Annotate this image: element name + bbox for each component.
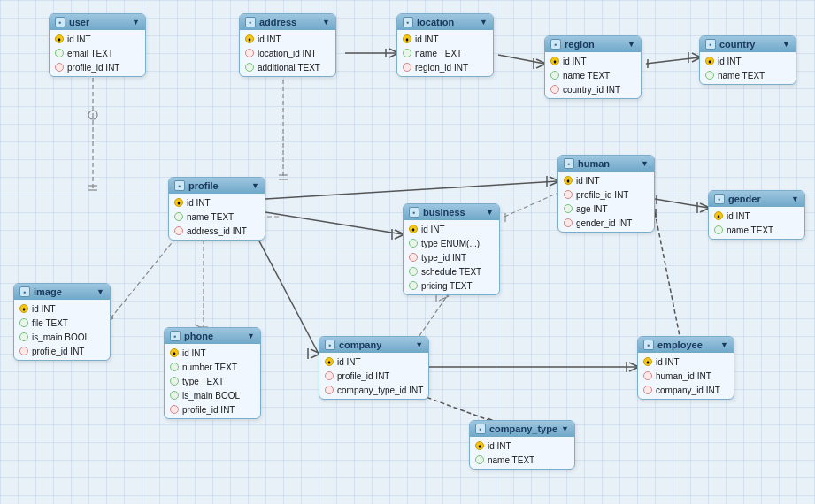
table-row: name TEXT xyxy=(470,453,574,467)
diamond-red-icon xyxy=(325,371,334,380)
table-row: additional TEXT xyxy=(240,60,335,74)
svg-point-2 xyxy=(88,111,97,119)
table-arrow-profile[interactable]: ▼ xyxy=(251,181,259,190)
key-icon: ♦ xyxy=(170,348,179,357)
table-arrow-user[interactable]: ▼ xyxy=(132,18,140,27)
diamond-red-icon xyxy=(403,63,411,72)
table-row: ♦id INT xyxy=(545,54,641,68)
table-icon-country: ▪ xyxy=(705,39,716,50)
diamond-icon xyxy=(55,49,64,57)
table-label-gender: gender xyxy=(728,194,761,204)
field-label: profile_id INT xyxy=(576,190,628,200)
table-row: ♦id INT xyxy=(14,302,110,316)
table-human: ▪human▼♦id INTprofile_id INTage INTgende… xyxy=(557,155,655,233)
table-row: profile_id INT xyxy=(50,60,145,74)
diamond-icon xyxy=(705,71,714,80)
table-row: ♦id INT xyxy=(700,54,796,68)
key-icon: ♦ xyxy=(643,357,652,366)
diamond-icon xyxy=(170,377,179,386)
field-label: name TEXT xyxy=(563,71,610,80)
field-label: location_id INT xyxy=(258,49,317,58)
field-label: company_id INT xyxy=(656,386,720,395)
table-business: ▪business▼♦id INTtype ENUM(...)type_id I… xyxy=(403,203,500,295)
table-icon-user: ▪ xyxy=(55,17,65,27)
field-label: id INT xyxy=(67,34,91,44)
table-label-company: company xyxy=(339,340,381,350)
field-label: name TEXT xyxy=(415,49,462,58)
svg-line-33 xyxy=(655,199,708,208)
field-label: additional TEXT xyxy=(258,63,320,73)
table-row: company_type_id INT xyxy=(319,383,428,397)
key-icon: ♦ xyxy=(475,441,484,450)
table-label-user: user xyxy=(69,17,89,27)
table-row: ♦id INT xyxy=(638,355,734,369)
diamond-icon xyxy=(403,49,411,57)
table-icon-company_type: ▪ xyxy=(475,424,486,434)
table-row: ♦id INT xyxy=(558,173,654,187)
table-user: ▪user▼♦id INTemail TEXTprofile_id INT xyxy=(49,13,146,77)
field-label: address_id INT xyxy=(187,226,247,236)
table-row: type ENUM(...) xyxy=(404,236,499,250)
svg-line-17 xyxy=(646,57,699,64)
table-arrow-phone[interactable]: ▼ xyxy=(247,332,255,340)
key-icon: ♦ xyxy=(19,304,28,313)
table-arrow-business[interactable]: ▼ xyxy=(486,208,494,217)
field-label: name TEXT xyxy=(727,225,773,235)
table-icon-company: ▪ xyxy=(325,340,335,350)
diamond-red-icon xyxy=(643,386,652,394)
table-arrow-image[interactable]: ▼ xyxy=(96,287,104,296)
field-label: id INT xyxy=(337,357,361,367)
table-label-address: address xyxy=(259,17,296,27)
table-row: ♦id INT xyxy=(240,32,335,46)
field-label: name TEXT xyxy=(718,71,765,80)
table-arrow-location[interactable]: ▼ xyxy=(480,18,488,27)
table-arrow-human[interactable]: ▼ xyxy=(641,159,649,168)
field-label: profile_id INT xyxy=(67,63,119,73)
table-row: email TEXT xyxy=(50,46,145,60)
table-arrow-region[interactable]: ▼ xyxy=(627,40,635,49)
field-label: age INT xyxy=(576,204,608,214)
key-icon: ♦ xyxy=(564,176,573,185)
table-row: profile_id INT xyxy=(319,369,428,383)
table-region: ▪region▼♦id INTname TEXTcountry_id INT xyxy=(544,35,642,99)
table-row: ♦id INT xyxy=(404,222,499,236)
table-icon-gender: ▪ xyxy=(714,194,725,204)
field-label: schedule TEXT xyxy=(421,267,481,277)
table-arrow-employee[interactable]: ▼ xyxy=(720,340,728,349)
table-arrow-company[interactable]: ▼ xyxy=(415,340,423,349)
svg-line-27 xyxy=(265,181,557,199)
table-row: age INT xyxy=(558,202,654,216)
diamond-icon xyxy=(409,281,418,290)
table-label-location: location xyxy=(417,17,454,27)
field-label: name TEXT xyxy=(488,455,534,465)
svg-line-13 xyxy=(498,55,544,64)
table-company: ▪company▼♦id INTprofile_id INTcompany_ty… xyxy=(319,336,429,400)
table-row: ♦id INT xyxy=(709,209,804,223)
field-label: human_id INT xyxy=(656,371,711,381)
diamond-red-icon xyxy=(550,85,559,94)
table-arrow-country[interactable]: ▼ xyxy=(782,40,790,49)
table-company_type: ▪company_type▼♦id INTname TEXT xyxy=(469,420,575,470)
diamond-red-icon xyxy=(643,371,652,380)
diamond-icon xyxy=(170,391,179,400)
table-row: schedule TEXT xyxy=(404,264,499,279)
diamond-icon xyxy=(409,267,418,276)
table-phone: ▪phone▼♦id INTnumber TEXTtype TEXTis_mai… xyxy=(164,327,261,419)
table-arrow-gender[interactable]: ▼ xyxy=(791,195,799,203)
table-arrow-company_type[interactable]: ▼ xyxy=(561,424,569,433)
table-row: human_id INT xyxy=(638,369,734,383)
field-label: number TEXT xyxy=(182,363,237,372)
table-label-business: business xyxy=(423,207,465,218)
field-label: id INT xyxy=(576,176,600,186)
table-row: company_id INT xyxy=(638,383,734,397)
diamond-icon xyxy=(170,363,179,371)
diamond-red-icon xyxy=(174,226,183,235)
field-label: type TEXT xyxy=(182,377,224,386)
table-row: profile_id INT xyxy=(14,344,110,358)
svg-line-60 xyxy=(439,296,449,301)
field-label: id INT xyxy=(563,57,587,66)
table-arrow-address[interactable]: ▼ xyxy=(322,18,330,27)
field-label: id INT xyxy=(258,34,281,44)
table-row: ♦id INT xyxy=(165,346,260,360)
key-icon: ♦ xyxy=(705,57,714,65)
